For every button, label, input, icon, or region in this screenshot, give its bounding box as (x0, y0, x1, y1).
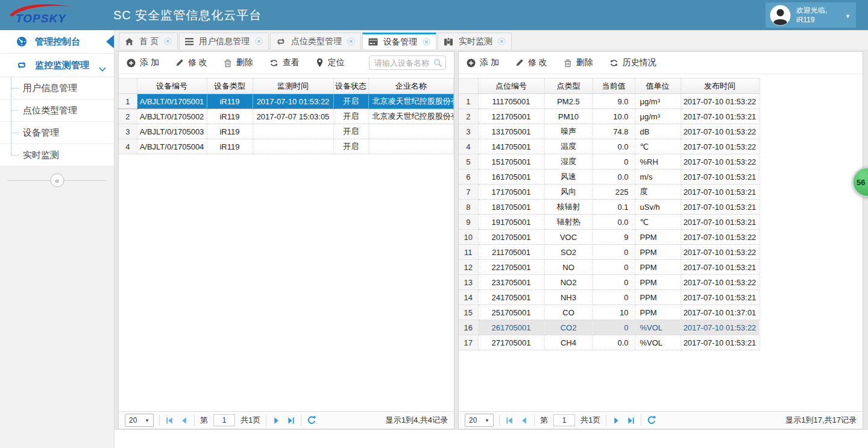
cell[interactable]: 北京凌天世纪控股股份有限 (368, 109, 454, 124)
sidebar-item-device[interactable]: 设备管理 (0, 122, 114, 144)
column-header[interactable]: 企业名称 (368, 78, 454, 94)
search-icon[interactable] (433, 58, 442, 69)
last-page-button[interactable] (286, 416, 295, 425)
page-size-select[interactable]: 20 ▼ (465, 414, 494, 427)
first-page-button[interactable] (505, 416, 514, 425)
cell[interactable]: iR119 (207, 139, 253, 154)
cell[interactable]: 211705001 (478, 245, 544, 260)
cell[interactable]: uSv/h (635, 200, 681, 215)
cell[interactable]: 261705001 (478, 320, 544, 335)
column-header[interactable]: 设备状态 (333, 78, 368, 94)
cell[interactable]: 9 (593, 230, 635, 245)
prev-page-button[interactable] (180, 416, 189, 425)
cell[interactable]: 0.0 (593, 169, 635, 185)
cell[interactable]: PPM (635, 290, 681, 305)
add-button[interactable]: 添 加 (127, 57, 159, 68)
add-button[interactable]: 添 加 (467, 57, 499, 68)
cell[interactable]: μg/m³ (635, 94, 681, 109)
cell[interactable]: PPM (635, 230, 681, 245)
cell[interactable]: PPM (635, 260, 681, 275)
cell[interactable]: 201705001 (478, 230, 544, 245)
cell[interactable]: %RH (635, 154, 681, 169)
cell[interactable]: ℃ (635, 215, 681, 230)
cell[interactable]: %VOL (635, 320, 681, 335)
cell[interactable]: 开启 (333, 94, 368, 109)
sidebar-item-monitoring[interactable]: 监控监测管理 (0, 54, 114, 77)
cell[interactable]: 9.0 (593, 94, 635, 109)
page-size-select[interactable]: 20 ▼ (125, 414, 154, 427)
cell[interactable]: CO2 (544, 320, 593, 335)
cell[interactable]: m/s (635, 169, 681, 185)
cell[interactable] (253, 139, 333, 154)
table-row[interactable]: 1111705001PM2.59.0μg/m³2017-07-10 01:53:… (459, 94, 759, 109)
cell[interactable]: iR119 (207, 124, 253, 139)
view-button[interactable]: 查看 (269, 57, 300, 68)
cell[interactable]: 0 (593, 245, 635, 260)
cell[interactable]: 2017-07-10 01:53:22 (681, 275, 759, 290)
sidebar-item-user-info[interactable]: 用户信息管理 (0, 77, 114, 99)
cell[interactable]: 0.0 (593, 335, 635, 350)
sidebar-item-realtime[interactable]: 实时监测 (0, 144, 114, 166)
cell[interactable]: %VOL (635, 335, 681, 350)
cell[interactable]: 191705001 (478, 215, 544, 230)
cell[interactable]: 10 (593, 305, 635, 320)
cell[interactable]: 2017-07-10 01:53:21 (681, 215, 759, 230)
cell[interactable]: 噪声 (544, 124, 593, 139)
cell[interactable]: 2017-07-10 01:53:21 (681, 260, 759, 275)
cell[interactable]: 2017-07-10 01:53:22 (681, 94, 759, 109)
cell[interactable] (368, 124, 454, 139)
cell[interactable]: 2017-07-07 15:03:05 (253, 109, 333, 124)
cell[interactable]: NO (544, 260, 593, 275)
delete-button[interactable]: 删除 (564, 57, 593, 68)
cell[interactable]: 121705001 (478, 109, 544, 124)
close-icon[interactable] (423, 38, 430, 46)
column-header[interactable]: 监测时间 (253, 78, 333, 94)
cell[interactable]: ℃ (635, 139, 681, 154)
tab-user-info[interactable]: 用户信息管理 (179, 33, 269, 49)
device-table[interactable]: 设备编号设备类型监测时间设备状态企业名称 1A/BJLT/0/1705001iR… (119, 78, 454, 154)
delete-button[interactable]: 删除 (224, 57, 253, 68)
close-icon[interactable] (164, 37, 172, 45)
cell[interactable]: 北京凌天世纪控股股份有限 (368, 94, 454, 109)
cell[interactable]: 2017-07-10 01:53:22 (681, 139, 759, 154)
next-page-button[interactable] (612, 416, 621, 425)
cell[interactable]: μg/m³ (635, 109, 681, 124)
tab-home[interactable]: 首 页 (119, 33, 178, 49)
table-row[interactable]: 2121705001PM1010.0μg/m³2017-07-10 01:53:… (459, 109, 759, 124)
cell[interactable]: 辐射热 (544, 215, 593, 230)
cell[interactable]: A/BJLT/0/1705002 (137, 109, 207, 124)
table-row[interactable]: 3A/BJLT/0/1705003iR119开启 (119, 124, 454, 139)
cell[interactable]: 核辐射 (544, 200, 593, 215)
first-page-button[interactable] (165, 416, 174, 425)
tab-realtime-monitor[interactable]: 实时监测 (438, 33, 512, 49)
cell[interactable]: 131705001 (478, 124, 544, 139)
cell[interactable] (253, 124, 333, 139)
close-icon[interactable] (498, 37, 506, 45)
cell[interactable] (368, 139, 454, 154)
table-row[interactable]: 5151705001湿度0%RH2017-07-10 01:53:22 (459, 154, 759, 169)
table-row[interactable]: 14241705001NH30PPM2017-07-10 01:53:21 (459, 290, 759, 305)
cell[interactable]: 2017-07-10 01:53:21 (681, 200, 759, 215)
table-row[interactable]: 4A/BJLT/0/1705004iR119开启 (119, 139, 454, 154)
column-header[interactable]: 点位编号 (478, 78, 544, 94)
cell[interactable]: 2017-07-10 01:37:01 (681, 305, 759, 320)
cell[interactable]: 2017-07-10 01:53:21 (681, 109, 759, 124)
column-header[interactable]: 值单位 (635, 78, 681, 94)
last-page-button[interactable] (626, 416, 635, 425)
cell[interactable]: 2017-07-10 01:53:21 (681, 290, 759, 305)
locate-button[interactable]: 定位 (316, 57, 345, 68)
cell[interactable]: 0 (593, 154, 635, 169)
collapse-sidebar-button[interactable]: « (50, 174, 64, 188)
refresh-button[interactable] (647, 415, 656, 425)
cell[interactable]: 0 (593, 320, 635, 335)
cell[interactable]: 0.0 (593, 139, 635, 154)
column-header[interactable]: 点类型 (544, 78, 593, 94)
user-menu[interactable]: 欢迎光临, iR119 ▼ (766, 2, 856, 28)
table-row[interactable]: 11211705001SO20PPM2017-07-10 01:53:22 (459, 245, 759, 260)
page-number-input[interactable] (553, 414, 575, 426)
cell[interactable]: CH4 (544, 335, 593, 350)
table-row[interactable]: 9191705001辐射热0.0℃2017-07-10 01:53:21 (459, 215, 759, 230)
cell[interactable]: PPM (635, 275, 681, 290)
next-page-button[interactable] (272, 416, 281, 425)
table-row[interactable]: 16261705001CO20%VOL2017-07-10 01:53:22 (459, 320, 759, 335)
